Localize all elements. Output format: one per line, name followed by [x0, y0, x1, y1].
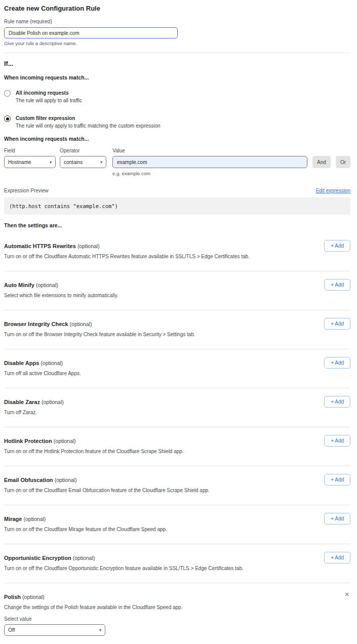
setting-description: Turn off all active Cloudflare Apps.: [4, 370, 288, 377]
operator-select[interactable]: contains ▾: [60, 156, 106, 168]
optional-tag: (optional): [22, 594, 45, 600]
rule-name-label: Rule name (required): [4, 19, 350, 25]
setting-title: Browser Integrity Check: [4, 321, 68, 327]
setting-automatic-https-rewrites: Automatic HTTPS Rewrites (optional) Turn…: [4, 232, 350, 271]
settings-list: Automatic HTTPS Rewrites (optional) Turn…: [4, 232, 350, 636]
chevron-down-icon: ▾: [99, 628, 101, 632]
chevron-down-icon: ▾: [50, 160, 52, 165]
and-button[interactable]: And: [312, 156, 331, 168]
setting-disable-zaraz: Disable Zaraz (optional) Turn off Zaraz.…: [4, 388, 350, 427]
field-label: Field: [4, 148, 60, 154]
close-icon[interactable]: ✕: [344, 591, 349, 597]
optional-tag: (optional): [77, 243, 100, 249]
incoming-requests-match-heading: When incoming requests match...: [4, 74, 350, 81]
setting-polish: Polish (optional) ✕ Change the settings …: [4, 583, 350, 636]
add-button[interactable]: + Add: [324, 357, 350, 369]
radio-description: The rule will only apply to traffic matc…: [16, 123, 161, 129]
field-select-value: Hostname: [8, 159, 31, 165]
add-button[interactable]: + Add: [324, 474, 350, 486]
expression-preview-row: Expression Preview Edit expression: [4, 188, 350, 194]
radio-custom-filter-expression[interactable]: Custom filter expression The rule will o…: [4, 115, 350, 129]
value-label: Value: [112, 148, 125, 154]
setting-title: Disable Zaraz: [4, 399, 40, 405]
setting-description: Select which file extensions to minify a…: [4, 292, 288, 299]
setting-title: Email Obfuscation: [4, 477, 53, 483]
value-helper: e.g. example.com: [112, 171, 350, 177]
setting-description: Turn on or off the Cloudflare Opportunis…: [4, 565, 288, 572]
add-button[interactable]: + Add: [324, 552, 350, 564]
select-value-label: Select value: [4, 616, 350, 622]
setting-auto-minify: Auto Minify (optional) Select which file…: [4, 271, 350, 310]
request-match-radio-group: All incoming requests The rule will appl…: [4, 90, 350, 129]
edit-expression-link[interactable]: Edit expression: [316, 188, 350, 194]
field-select[interactable]: Hostname ▾: [4, 156, 56, 168]
add-button[interactable]: + Add: [324, 240, 350, 252]
optional-tag: (optional): [42, 399, 64, 405]
optional-tag: (optional): [24, 516, 46, 522]
radio-all-incoming-requests[interactable]: All incoming requests The rule will appl…: [4, 90, 350, 104]
add-button[interactable]: + Add: [324, 513, 350, 525]
setting-title: Hotlink Protection: [4, 438, 52, 444]
rule-name-helper: Give your rule a descriptive name.: [4, 41, 350, 47]
create-configuration-rule-form: Create new Configuration Rule Rule name …: [0, 0, 357, 642]
setting-mirage: Mirage (optional) Turn on or off the Clo…: [4, 505, 350, 544]
setting-browser-integrity-check: Browser Integrity Check (optional) Turn …: [4, 310, 350, 349]
setting-title: Automatic HTTPS Rewrites: [4, 243, 76, 249]
setting-hotlink-protection: Hotlink Protection (optional) Turn on or…: [4, 427, 350, 466]
setting-description: Turn on or off the Browser Integrity Che…: [4, 331, 288, 338]
setting-description: Turn on or off the Cloudflare Email Obfu…: [4, 487, 288, 494]
expression-preview-label: Expression Preview: [4, 188, 49, 194]
or-button[interactable]: Or: [336, 156, 350, 168]
then-settings-heading: Then the settings are...: [4, 222, 350, 229]
optional-tag: (optional): [55, 477, 77, 483]
setting-title: Auto Minify: [4, 282, 34, 288]
expression-preview-code: (http.host contains "example.com"): [4, 197, 350, 215]
expression-builder-row: Hostname ▾ contains ▾ And Or: [4, 156, 350, 168]
polish-value-select[interactable]: Off ▾: [4, 624, 105, 636]
divider: [4, 53, 350, 53]
optional-tag: (optional): [54, 438, 76, 444]
setting-description: Turn on or off the Cloudflare Mirage fea…: [4, 526, 288, 533]
optional-tag: (optional): [41, 360, 63, 366]
optional-tag: (optional): [70, 321, 92, 327]
add-button[interactable]: + Add: [324, 435, 350, 447]
setting-email-obfuscation: Email Obfuscation (optional) Turn on or …: [4, 466, 350, 505]
rule-name-input[interactable]: [4, 27, 178, 38]
add-button[interactable]: + Add: [324, 318, 350, 330]
setting-description: Turn off Zaraz.: [4, 409, 288, 416]
radio-label: Custom filter expression: [16, 115, 161, 122]
setting-title: Disable Apps: [4, 360, 39, 366]
value-input[interactable]: [112, 156, 307, 168]
setting-title: Mirage: [4, 516, 22, 522]
radio-description: The rule will apply to all traffic: [16, 97, 82, 104]
add-button[interactable]: + Add: [324, 279, 350, 291]
setting-disable-apps: Disable Apps (optional) Turn off all act…: [4, 349, 350, 388]
operator-label: Operator: [60, 148, 112, 154]
operator-select-value: contains: [64, 159, 83, 165]
setting-title: Opportunistic Encryption: [4, 555, 71, 561]
if-heading: If...: [4, 60, 350, 68]
setting-title: Polish: [4, 594, 21, 600]
radio-label: All incoming requests: [16, 90, 82, 96]
optional-tag: (optional): [36, 282, 58, 288]
add-button[interactable]: + Add: [324, 396, 350, 408]
polish-select-value: Off: [8, 627, 15, 633]
chevron-down-icon: ▾: [100, 160, 102, 165]
expression-builder-heading: When incoming requests match...: [4, 136, 350, 142]
expression-builder-labels: Field Operator Value: [4, 148, 350, 154]
page-title: Create new Configuration Rule: [4, 5, 350, 13]
setting-description: Turn on or off the Cloudflare Automatic …: [4, 253, 288, 260]
setting-description: Turn on or off the Hotlink Protection fe…: [4, 448, 288, 455]
setting-opportunistic-encryption: Opportunistic Encryption (optional) Turn…: [4, 544, 350, 583]
radio-button-icon[interactable]: [4, 115, 11, 122]
radio-button-icon[interactable]: [4, 90, 11, 97]
setting-description: Change the settings of the Polish featur…: [4, 604, 288, 611]
optional-tag: (optional): [73, 555, 95, 561]
